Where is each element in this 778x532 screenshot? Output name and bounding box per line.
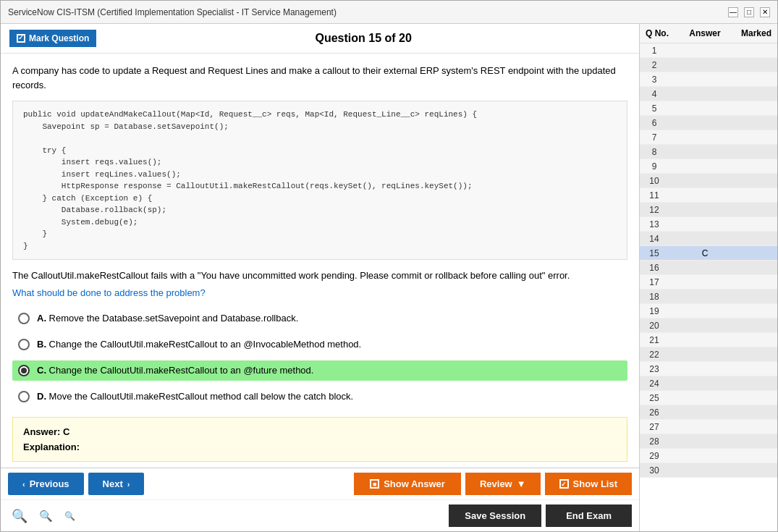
- option-c-radio[interactable]: [18, 365, 30, 376]
- question-list-item[interactable]: 30: [640, 463, 777, 478]
- q-number: 12: [640, 205, 669, 215]
- review-label: Review: [480, 478, 512, 489]
- restore-button[interactable]: □: [744, 7, 754, 17]
- question-list-item[interactable]: 17: [640, 275, 777, 290]
- q-number: 9: [640, 161, 669, 172]
- question-list-item[interactable]: 15 C: [640, 246, 777, 261]
- right-panel: Q No. Answer Marked 1 2 3 4 5 6: [640, 24, 777, 531]
- question-list-item[interactable]: 22: [640, 347, 777, 362]
- q-number: 30: [640, 465, 669, 476]
- show-list-button[interactable]: ✓ Show List: [545, 473, 632, 495]
- question-list-item[interactable]: 9: [640, 159, 777, 174]
- question-list-item[interactable]: 19: [640, 304, 777, 318]
- mark-checkbox-icon: [17, 34, 25, 43]
- main-window: ServiceNow CIS-ITSM (Certified Implement…: [0, 0, 778, 532]
- nav-row-2: 🔍 🔍 🔍 Save Session End Exam: [1, 500, 639, 531]
- question-list-item[interactable]: 21: [640, 333, 777, 347]
- option-b-radio[interactable]: [18, 339, 30, 350]
- question-list-item[interactable]: 12: [640, 203, 777, 217]
- prev-chevron-icon: ‹: [22, 480, 25, 489]
- question-title: Question 15 of 20: [96, 32, 630, 45]
- question-list-item[interactable]: 23: [640, 362, 777, 376]
- next-button[interactable]: Next ›: [88, 473, 145, 495]
- option-c[interactable]: C. Change the CalloutUtil.makeRestCallou…: [12, 360, 627, 381]
- option-d-text: D. Move the CalloutUtil.makeRestCallout …: [37, 391, 353, 402]
- q-number: 13: [640, 219, 669, 229]
- q-number: 1: [640, 46, 669, 56]
- nav-row-1: ‹ Previous Next › ■ Show Answer Review: [1, 468, 639, 500]
- question-list-item[interactable]: 29: [640, 449, 777, 463]
- q-number: 21: [640, 335, 669, 345]
- question-list-item[interactable]: 25: [640, 391, 777, 405]
- question-list-item[interactable]: 1: [640, 43, 777, 58]
- question-list-item[interactable]: 3: [640, 72, 777, 87]
- title-bar: ServiceNow CIS-ITSM (Certified Implement…: [1, 1, 777, 24]
- zoom-in-button[interactable]: 🔍: [61, 510, 79, 523]
- question-list-item[interactable]: 5: [640, 101, 777, 116]
- mark-question-button[interactable]: Mark Question: [9, 30, 96, 47]
- question-list-item[interactable]: 10: [640, 174, 777, 188]
- q-number: 10: [640, 176, 669, 186]
- marked-header: Marked: [738, 28, 774, 38]
- option-a[interactable]: A. Remove the Database.setSavepoint and …: [12, 308, 627, 329]
- question-list-item[interactable]: 27: [640, 420, 777, 434]
- main-content: Mark Question Question 15 of 20 A compan…: [1, 24, 777, 531]
- review-button[interactable]: Review ▼: [465, 473, 541, 495]
- q-number: 16: [640, 263, 669, 273]
- previous-label: Previous: [30, 478, 69, 489]
- q-number: 15: [640, 248, 669, 258]
- question-list-item[interactable]: 18: [640, 290, 777, 304]
- option-a-text: A. Remove the Database.setSavepoint and …: [37, 313, 298, 324]
- option-b[interactable]: B. Change the CalloutUtil.makeRestCallou…: [12, 334, 627, 355]
- question-list-item[interactable]: 16: [640, 261, 777, 275]
- option-d-radio-inner: [21, 394, 27, 400]
- option-a-radio-inner: [21, 316, 27, 321]
- zoom-reset-button[interactable]: 🔍: [35, 508, 56, 524]
- window-controls: — □ ✕: [728, 7, 770, 17]
- question-list-item[interactable]: 24: [640, 376, 777, 391]
- question-list-item[interactable]: 13: [640, 217, 777, 232]
- answer-label: Answer: C: [23, 426, 617, 437]
- question-list-item[interactable]: 14: [640, 232, 777, 246]
- q-number: 20: [640, 321, 669, 331]
- question-list-item[interactable]: 4: [640, 87, 777, 101]
- q-number: 4: [640, 89, 669, 99]
- minimize-button[interactable]: —: [728, 7, 738, 17]
- question-list-item[interactable]: 2: [640, 58, 777, 72]
- option-d-radio[interactable]: [18, 391, 30, 402]
- close-button[interactable]: ✕: [760, 7, 770, 17]
- explanation-label: Explanation:: [23, 442, 617, 452]
- show-list-checkbox-icon: ✓: [559, 479, 569, 489]
- question-list-item[interactable]: 11: [640, 188, 777, 203]
- previous-button[interactable]: ‹ Previous: [8, 473, 84, 495]
- bottom-nav: ‹ Previous Next › ■ Show Answer Review: [1, 468, 639, 531]
- q-number: 29: [640, 451, 669, 461]
- save-session-label: Save Session: [465, 510, 525, 521]
- q-number: 22: [640, 350, 669, 360]
- zoom-out-button[interactable]: 🔍: [8, 507, 31, 525]
- option-d[interactable]: D. Move the CalloutUtil.makeRestCallout …: [12, 387, 627, 407]
- end-exam-button[interactable]: End Exam: [546, 504, 632, 527]
- show-answer-button[interactable]: ■ Show Answer: [354, 473, 461, 495]
- question-list-item[interactable]: 7: [640, 130, 777, 145]
- show-list-label: Show List: [573, 478, 617, 489]
- answer-section: Answer: C Explanation:: [12, 417, 627, 462]
- question-intro: A company has code to update a Request a…: [12, 64, 627, 92]
- sub-question: What should be done to address the probl…: [12, 287, 627, 298]
- q-number: 28: [640, 436, 669, 447]
- answer-header: Answer: [672, 28, 738, 38]
- save-session-button[interactable]: Save Session: [449, 504, 541, 527]
- question-list-item[interactable]: 26: [640, 405, 777, 420]
- option-a-radio[interactable]: [18, 313, 30, 324]
- question-list-item[interactable]: 28: [640, 434, 777, 449]
- q-number: 8: [640, 147, 669, 157]
- q-number: 19: [640, 306, 669, 316]
- question-list-item[interactable]: 8: [640, 145, 777, 159]
- q-number: 25: [640, 393, 669, 403]
- mark-question-label: Mark Question: [29, 33, 89, 43]
- question-header: Mark Question Question 15 of 20: [1, 24, 639, 54]
- question-list-item[interactable]: 6: [640, 116, 777, 130]
- q-number: 24: [640, 379, 669, 389]
- option-c-radio-inner: [21, 368, 27, 373]
- question-list-item[interactable]: 20: [640, 318, 777, 333]
